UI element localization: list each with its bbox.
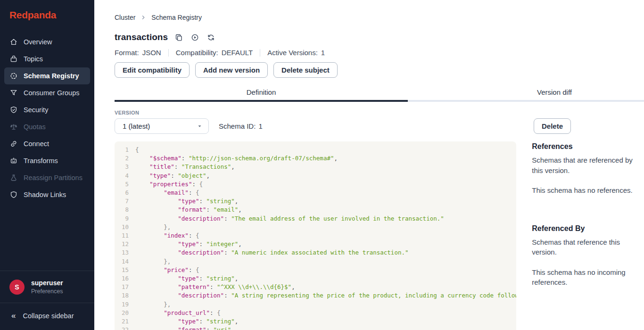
breadcrumb-schema-registry: Schema Registry <box>151 14 202 21</box>
flask-icon <box>9 173 18 182</box>
definition-content: 1{2 "$schema": "http://json-schema.org/d… <box>115 141 644 330</box>
user-menu[interactable]: S superuser Preferences <box>0 271 94 303</box>
sidebar-item-label: Consumer Groups <box>24 89 79 97</box>
line-number: 16 <box>117 274 129 283</box>
sidebar-item-reassign-partitions: Reassign Partitions <box>4 169 90 186</box>
subject-meta: Format:JSON Compatibility:DEFAULT Active… <box>115 49 644 57</box>
line-number: 6 <box>117 189 129 197</box>
code-line: 17 "pattern": "^XXX \\d+\\.\\d{6}$", <box>115 283 516 291</box>
title-row: transactions <box>115 32 644 42</box>
link-icon <box>9 140 18 148</box>
delete-version-button[interactable]: Delete <box>534 118 571 134</box>
line-number: 13 <box>117 248 129 257</box>
sidebar-item-label: Overview <box>24 38 52 46</box>
active-versions-meta: Active Versions:1 <box>267 49 325 57</box>
copy-icon[interactable] <box>174 33 184 42</box>
divider <box>168 49 169 57</box>
refresh-icon[interactable] <box>206 33 216 42</box>
collapse-sidebar-button[interactable]: « Collapse sidebar <box>0 303 94 330</box>
tab-version-diff[interactable]: Version diff <box>408 85 644 102</box>
references-description: Schemas that are referenced by this vers… <box>532 155 644 175</box>
line-number: 15 <box>117 266 129 274</box>
code-line: 16 "type": "string", <box>115 274 516 283</box>
line-number: 18 <box>117 291 129 300</box>
line-number: 21 <box>117 317 129 326</box>
line-number: 8 <box>117 206 129 214</box>
user-preferences-link[interactable]: Preferences <box>31 288 63 295</box>
line-number: 5 <box>117 180 129 189</box>
code-line: 7 "type": "string", <box>115 197 516 206</box>
sidebar-item-security[interactable]: Security <box>4 101 90 118</box>
add-new-version-button[interactable]: Add new version <box>195 62 268 78</box>
sidebar-item-label: Schema Registry <box>24 72 79 80</box>
sidebar-item-topics[interactable]: Topics <box>4 50 90 67</box>
schema-registry-icon <box>9 72 18 80</box>
topics-icon <box>9 55 18 63</box>
sidebar-item-label: Topics <box>24 55 43 63</box>
referenced-by-description: Schemas that reference this version. <box>532 237 644 257</box>
version-select[interactable]: 1 (latest) <box>115 118 209 134</box>
line-number: 12 <box>117 240 129 248</box>
code-line: 14 }, <box>115 257 516 266</box>
code-line: 4 "type": "object", <box>115 172 516 180</box>
funnel-icon <box>9 89 18 97</box>
code-line: 11 "index": { <box>115 231 516 240</box>
sidebar-item-quotas: Quotas <box>4 118 90 135</box>
sidebar-item-label: Reassign Partitions <box>24 174 83 182</box>
tab-definition[interactable]: Definition <box>115 85 408 102</box>
line-number: 19 <box>117 300 129 309</box>
version-selected-value: 1 (latest) <box>123 122 150 130</box>
line-number: 14 <box>117 257 129 266</box>
version-section: VERSION 1 (latest) Schema ID:1 Delete <box>115 110 571 134</box>
chevron-right-icon <box>140 15 146 20</box>
line-number: 4 <box>117 172 129 180</box>
code-line: 8 "format": "email", <box>115 206 516 214</box>
code-line: 2 "$schema": "http://json-schema.org/dra… <box>115 154 516 163</box>
line-number: 17 <box>117 283 129 291</box>
line-number: 1 <box>117 146 129 154</box>
sidebar-item-connect[interactable]: Connect <box>4 135 90 152</box>
redpanda-logo: Redpanda <box>9 9 94 21</box>
shield-icon <box>9 190 18 199</box>
code-line: 9 "description": "The email address of t… <box>115 214 516 223</box>
delete-subject-button[interactable]: Delete subject <box>273 62 338 78</box>
edit-compatibility-button[interactable]: Edit compatibility <box>115 62 190 78</box>
sidebar-item-overview[interactable]: Overview <box>4 33 90 50</box>
code-line: 12 "type": "integer", <box>115 240 516 248</box>
sidebar-item-shadow-links[interactable]: Shadow Links <box>4 186 90 203</box>
code-line: 18 "description": "A string representing… <box>115 291 516 300</box>
code-line: 3 "title": "Transactions", <box>115 163 516 171</box>
breadcrumb: Cluster Schema Registry <box>115 14 644 21</box>
sidebar-item-label: Transforms <box>24 157 58 165</box>
user-name: superuser <box>31 279 63 287</box>
line-number: 10 <box>117 223 129 231</box>
line-number: 7 <box>117 197 129 206</box>
breadcrumb-cluster[interactable]: Cluster <box>115 14 135 21</box>
sidebar-nav: OverviewTopicsSchema RegistryConsumer Gr… <box>0 33 94 203</box>
sidebar-item-consumer-groups[interactable]: Consumer Groups <box>4 84 90 101</box>
action-buttons: Edit compatibility Add new version Delet… <box>115 62 644 78</box>
references-empty-text: This schema has no references. <box>532 185 644 196</box>
schema-code-editor[interactable]: 1{2 "$schema": "http://json-schema.org/d… <box>115 141 516 330</box>
collapse-sidebar-label: Collapse sidebar <box>23 312 74 320</box>
main-content: Cluster Schema Registry transactions For… <box>94 0 644 330</box>
line-number: 11 <box>117 231 129 240</box>
page-title: transactions <box>115 32 168 42</box>
sidebar-item-schema-registry[interactable]: Schema Registry <box>4 67 90 84</box>
references-panel: References Schemas that are referenced b… <box>532 141 644 288</box>
divider <box>260 49 260 57</box>
compatibility-meta: Compatibility:DEFAULT <box>176 49 253 57</box>
play-circle-icon[interactable] <box>190 33 200 42</box>
code-line: 15 "price": { <box>115 266 516 274</box>
sidebar-item-transforms[interactable]: Transforms <box>4 152 90 169</box>
caret-down-icon <box>197 124 202 129</box>
line-number: 20 <box>117 309 129 317</box>
avatar: S <box>9 280 25 295</box>
robot-icon <box>9 157 18 165</box>
line-number: 3 <box>117 163 129 171</box>
code-line: 20 "product_url": { <box>115 309 516 317</box>
referenced-by-empty-text: This schema has no incoming references. <box>532 267 644 288</box>
scales-icon <box>9 123 18 131</box>
code-line: 10 }, <box>115 223 516 231</box>
sidebar-item-label: Security <box>24 106 48 114</box>
